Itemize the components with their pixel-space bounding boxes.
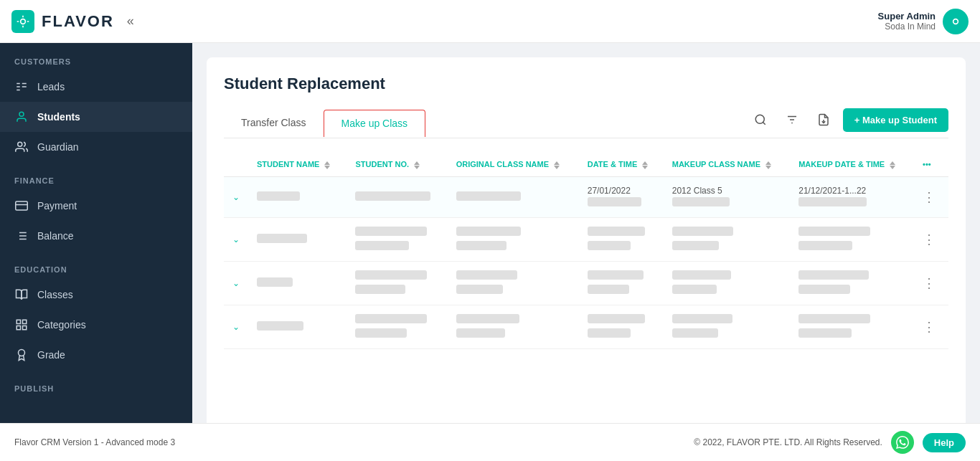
user-org: Soda In Mind [878,22,936,32]
main-layout: CUSTOMERS Leads Students [0,43,980,423]
filter-icon [786,113,798,126]
sidebar-item-label: Balance [37,230,74,242]
expand-row-icon[interactable]: ⌄ [232,192,240,202]
collapse-icon[interactable]: « [127,14,134,29]
logo-text: FLAVOR [42,12,114,31]
makeup-date-preview: 21/12/2021-1...22 [798,186,905,196]
svg-rect-21 [23,326,27,330]
sidebar-item-grade[interactable]: Grade [0,340,192,370]
section-label-education: EDUCATION [0,251,192,280]
logo-area: FLAVOR « [11,10,134,33]
expand-row-icon[interactable]: ⌄ [232,322,240,332]
sort-student-no[interactable] [414,161,420,169]
th-student-name: STUDENT NAME [248,153,347,176]
sidebar-item-classes[interactable]: Classes [0,280,192,310]
sidebar-item-label: Students [37,111,80,123]
footer-copyright: © 2022, FLAVOR PTE. LTD. All Rights Rese… [694,437,882,447]
filter-button[interactable] [780,108,804,132]
svg-rect-20 [23,320,27,323]
blurred-makeup-date [798,227,870,236]
sidebar-item-label: Leads [37,81,65,92]
top-header: FLAVOR « Super Admin Soda In Mind [0,0,980,43]
date-time-preview: 27/01/2022 [588,186,655,196]
tab-transfer-class[interactable]: Transfer Class [224,110,324,137]
sort-original-class[interactable] [554,161,560,169]
sidebar-item-leads[interactable]: Leads [0,72,192,102]
svg-line-25 [763,122,765,124]
blurred-date [588,227,645,236]
grade-icon [14,348,29,362]
sidebar: CUSTOMERS Leads Students [0,43,192,423]
expand-row-icon[interactable]: ⌄ [232,234,240,244]
blurred-makeup-date [798,270,869,280]
table-header-row: STUDENT NAME STUDENT NO. ORIGINAL CLASS … [224,153,948,176]
blurred-date [588,314,645,323]
svg-point-3 [954,19,958,23]
search-icon [754,113,767,126]
section-label-publish: PUBLISH [0,370,192,399]
row-actions-button[interactable]: ⋮ [923,190,937,204]
blurred-student-no [355,191,430,201]
blurred-original-class-2 [456,285,503,294]
blurred-original-class [456,227,521,236]
page-card: Student Replacement Transfer Class Make … [207,57,966,423]
footer-right: © 2022, FLAVOR PTE. LTD. All Rights Rese… [694,431,966,454]
export-icon [817,113,830,126]
tabs-left: Transfer Class Make up Class [224,110,425,136]
row-actions-button[interactable]: ⋮ [923,320,937,334]
row-actions-button[interactable]: ⋮ [923,276,937,290]
blurred-student-name [257,321,303,331]
sidebar-item-guardian[interactable]: Guardian [0,132,192,162]
sort-makeup-class[interactable] [765,161,771,169]
blurred-makeup-class-2 [672,328,718,338]
help-button[interactable]: Help [923,433,966,452]
leads-icon [14,80,29,94]
svg-rect-11 [16,201,28,210]
sidebar-item-payment[interactable]: Payment [0,191,192,221]
search-button[interactable] [748,108,773,132]
blurred-student-no-2 [355,285,405,294]
blurred-makeup-date-2 [798,285,850,294]
blurred-student-name [257,277,293,287]
table-row: ⌄ [224,305,948,348]
blurred-student-no [355,227,427,236]
th-original-class: ORIGINAL CLASS NAME [448,153,579,176]
sort-makeup-date[interactable] [890,161,895,169]
classes-icon [14,287,29,302]
blurred-student-no-2 [355,328,407,338]
svg-rect-22 [17,326,20,330]
sidebar-item-students[interactable]: Students [0,102,192,132]
tabs-right: + Make up Student [748,108,948,138]
footer: Flavor CRM Version 1 - Advanced mode 3 ©… [0,423,980,461]
blurred-makeup-date [798,197,867,206]
export-button[interactable] [811,108,836,132]
blurred-original-class [456,270,517,280]
logo-icon [11,10,34,33]
balance-icon [14,229,29,243]
sidebar-item-categories[interactable]: Categories [0,310,192,340]
table-row: ⌄ [224,217,948,261]
svg-rect-19 [17,320,20,323]
row-actions-button[interactable]: ⋮ [923,232,937,247]
blurred-time [588,328,631,338]
sort-student-name[interactable] [324,161,330,169]
th-makeup-date: MAKEUP DATE & TIME [790,153,914,176]
th-actions: ••• [914,153,948,176]
page-title: Student Replacement [224,75,948,93]
payment-icon [14,199,29,213]
whatsapp-icon [896,436,909,449]
blurred-date [588,270,644,280]
make-up-student-button[interactable]: + Make up Student [843,108,948,132]
tabs-row: Transfer Class Make up Class [224,108,948,138]
sidebar-item-label: Grade [37,349,65,361]
sidebar-item-balance[interactable]: Balance [0,221,192,251]
sort-date-time[interactable] [642,161,648,169]
sidebar-item-label: Payment [37,200,77,212]
makeup-class-preview: 2012 Class 5 [672,186,781,196]
table-row: ⌄ 27/01/2022 2012 Class 5 [224,176,948,217]
students-icon [14,110,29,124]
whatsapp-button[interactable] [891,431,914,454]
blurred-original-class [456,314,519,323]
expand-row-icon[interactable]: ⌄ [232,278,240,288]
tab-makeup-class[interactable]: Make up Class [324,110,426,137]
